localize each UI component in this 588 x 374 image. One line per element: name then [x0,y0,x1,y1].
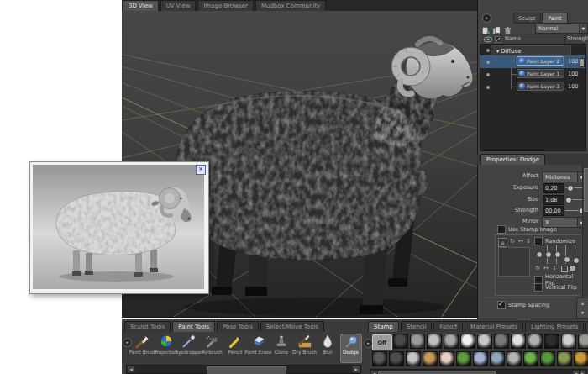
slider-handle[interactable] [573,257,580,264]
scrollbar-thumb[interactable] [378,371,496,374]
layer-visibility-dot[interactable] [486,73,490,76]
exposure-value-field[interactable]: 0,20 [543,183,564,193]
scroll-right-icon[interactable]: ▶ [352,366,360,373]
tab-stencil[interactable]: Stencil [401,321,433,332]
stamps-scrollbar[interactable]: ◀ ◀ ▶ [370,369,587,374]
size-value-field[interactable]: 1,08 [543,195,564,205]
layer-chip[interactable]: Paint Layer 1 [517,69,564,78]
stamp-spacing-checkbox[interactable] [497,301,506,309]
new-layer-icon[interactable] [481,23,491,32]
tool-eyedropper[interactable]: Eyedropper [178,334,200,363]
tool-paint-erase[interactable]: Paint Erase [248,334,270,363]
tool-blur[interactable]: Blur [317,334,339,363]
stamp-thumb-fabric-grid[interactable] [410,334,425,349]
scrollbar-thumb[interactable] [207,366,286,374]
stamp-thumb-splat-white[interactable] [460,334,475,349]
stamp-thumb-leaf-green-2[interactable] [540,351,555,366]
stamp-thumb-soft-blob[interactable] [477,334,492,349]
size-slider[interactable] [565,195,582,203]
flip-vertical-icon[interactable]: ↕ [526,238,531,245]
tab-falloff[interactable]: Falloff [433,321,463,332]
layer-row-paint-layer-2[interactable]: Paint Layer 2100 [480,55,585,68]
stamp-thumb-wool-grey[interactable] [406,351,421,366]
stamp-preview-box[interactable] [498,247,530,277]
close-icon[interactable]: × [196,165,206,175]
slider-handle[interactable] [536,251,543,258]
strength-slider[interactable] [565,206,582,214]
affect-dropdown[interactable]: Midtones▼ [542,171,586,182]
layer-row-paint-layer-1[interactable]: Paint Layer 1100 [480,68,585,81]
stamp-properties-icon[interactable]: ≡ [498,238,507,247]
tool-projection[interactable]: Projection [155,334,177,363]
layer-visibility-dot[interactable] [486,61,490,64]
stamp-thumb-stripes-light[interactable] [561,334,576,349]
duplicate-layer-icon[interactable] [492,23,501,32]
tab-image-browser[interactable]: Image Browser [197,0,254,11]
slider-handle[interactable] [565,197,572,203]
scrollbar-thumb[interactable] [584,168,588,212]
scroll-down-icon[interactable]: ▼ [576,308,588,319]
stamp-thumb-oval-dark[interactable] [372,351,387,366]
stamp-thumb-noise-dark[interactable] [393,334,408,349]
properties-scrollbar[interactable] [582,165,588,297]
layer-chip[interactable]: Paint Layer 3 [517,82,564,91]
layer-chip[interactable]: Paint Layer 2 [517,56,564,66]
panel-menu-icon[interactable]: ▸ [482,13,491,23]
tool-airbrush[interactable]: Airbrush [202,334,223,363]
stamp-thumb-blob-grey[interactable] [507,351,522,366]
stamp-thumb-splat-pink[interactable] [439,351,454,366]
slider-handle[interactable] [545,251,552,258]
flip-horizontal-icon[interactable]: ↔ [518,238,523,245]
scroll-left-icon[interactable]: ◀ [370,370,378,374]
stamp-thumb-splat-dark[interactable] [389,351,404,366]
ram-model[interactable] [176,39,473,316]
stamp-thumb-floral-lavender[interactable] [473,351,488,366]
slider-handle[interactable] [564,256,570,263]
stamp-thumb-rock[interactable] [578,334,588,349]
stamp-thumb-splat-green[interactable] [456,351,471,366]
blend-mode-dropdown[interactable]: Normal ▼ [535,23,588,34]
randomize-slider-1[interactable] [535,245,541,264]
tab-stamp[interactable]: Stamp [368,321,399,332]
stamp-thumb-small-splat[interactable] [528,334,543,349]
stamp-thumb-splatter[interactable] [511,334,526,349]
stamp-thumb-sparkle[interactable] [427,334,442,349]
tab-properties-dodge[interactable]: Properties: Dodge [480,154,545,165]
layer-visibility-dot[interactable] [486,49,490,52]
tools-scrollbar[interactable]: ◀ ▶ [126,365,361,374]
randomize-horizontal-icon[interactable]: ↔ [543,265,549,271]
tool-dodge[interactable]: Dodge [340,334,362,363]
tab-paint-tools[interactable]: Paint Tools [172,321,215,332]
stamp-thumb-moss[interactable] [557,351,572,366]
stamp-thumb-splat-tan[interactable] [423,351,438,366]
tool-clone[interactable]: Clone [270,334,292,363]
tool-paint-brush[interactable]: Paint Brush [132,334,154,363]
tool-tray-menu-icon[interactable]: ▸ [123,338,132,347]
tab-material-presets[interactable]: Material Presets [465,321,523,332]
layer-visibility-dot[interactable] [486,86,490,89]
strength-slider-handle[interactable] [580,58,585,67]
stamp-thumb-leaf-green[interactable] [523,351,538,366]
randomize-slider-3[interactable] [554,245,559,264]
stamp-thumb-fine-noise[interactable] [494,334,509,349]
delete-layer-icon[interactable] [503,23,512,32]
stop-icon[interactable] [570,266,575,271]
vertical-flip-checkbox[interactable] [534,283,543,292]
export-stamp-icon[interactable] [561,266,568,272]
tab-lighting-presets[interactable]: Lighting Presets [525,321,584,332]
strength-value-field[interactable]: 00,00 [543,206,564,216]
tab-pose-tools[interactable]: Pose Tools [217,321,259,332]
slider-handle[interactable] [554,251,561,258]
randomize-rotate-icon[interactable]: ↻ [535,265,540,271]
randomize-vertical-icon[interactable]: ↕ [552,265,557,271]
tool-dry-brush[interactable]: Dry Brush [294,334,316,363]
randomize-slider-5[interactable] [572,245,578,264]
stamp-thumb-gold-round[interactable] [574,351,588,366]
exposure-slider[interactable] [565,183,582,192]
tab-mudbox-community[interactable]: Mudbox Community [255,0,326,11]
stamp-thumb-rock-blue[interactable] [490,351,505,366]
randomize-slider-4[interactable] [563,245,569,264]
stamp-off-button[interactable]: Off [372,334,392,350]
tab-select-move-tools[interactable]: Select/Move Tools [260,321,324,332]
scroll-left-icon[interactable]: ◀ [127,366,135,373]
